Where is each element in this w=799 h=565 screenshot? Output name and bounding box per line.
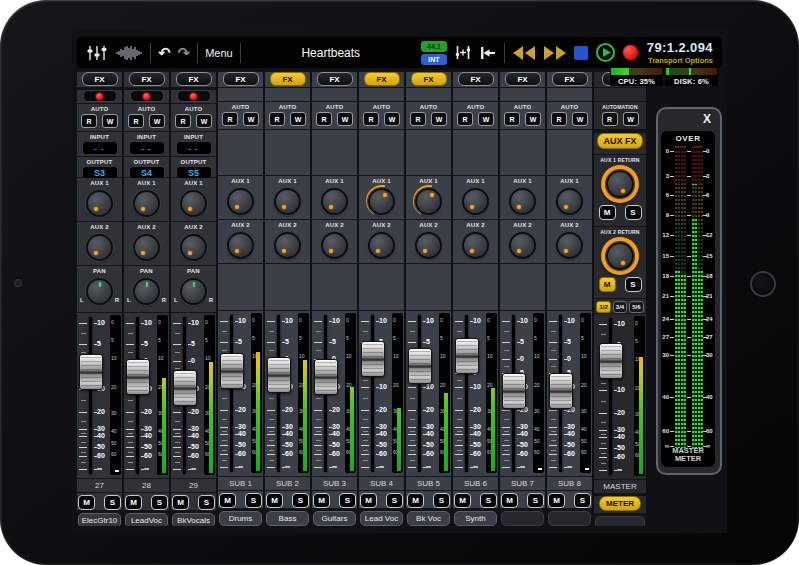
input-source-value[interactable]: - -: [176, 141, 212, 155]
aux1-knob[interactable]: [460, 185, 492, 217]
play-icon[interactable]: [595, 42, 616, 63]
mute-button[interactable]: M: [78, 495, 95, 510]
channel-name-tab[interactable]: BkVocals: [172, 513, 215, 526]
waveform-icon[interactable]: [115, 45, 143, 61]
fx-button[interactable]: FX: [317, 72, 353, 86]
pan-knob[interactable]: [84, 275, 116, 307]
aux2-knob[interactable]: [554, 229, 586, 261]
fx-button[interactable]: FX: [552, 72, 588, 86]
aux2-return-solo-button[interactable]: S: [625, 277, 642, 292]
auto-write-button[interactable]: W: [196, 114, 212, 128]
auto-write-button[interactable]: W: [478, 112, 494, 126]
aux2-return-mute-button[interactable]: M: [599, 277, 616, 292]
auto-read-button[interactable]: R: [602, 112, 618, 126]
aux1-knob[interactable]: [272, 185, 304, 217]
aux1-knob[interactable]: [554, 185, 586, 217]
fx-button[interactable]: FX: [270, 72, 306, 86]
aux1-knob[interactable]: [225, 185, 257, 217]
sync-source-badge[interactable]: INT: [421, 54, 447, 65]
menu-button[interactable]: Menu: [205, 47, 233, 59]
fx-button[interactable]: FX: [129, 72, 165, 86]
channel-name-tab[interactable]: Drums: [219, 511, 262, 526]
aux1-return-solo-button[interactable]: S: [625, 205, 642, 220]
fx-button[interactable]: FX: [505, 72, 541, 86]
mute-button[interactable]: M: [360, 493, 377, 508]
fx-button[interactable]: FX: [364, 72, 400, 86]
mute-button[interactable]: M: [219, 493, 236, 508]
fx-button[interactable]: FX: [176, 72, 212, 86]
channel-name-tab[interactable]: Lead Voc: [360, 511, 403, 526]
solo-button[interactable]: S: [198, 495, 215, 510]
mute-button[interactable]: M: [501, 493, 518, 508]
aux2-knob[interactable]: [507, 229, 539, 261]
aux2-knob[interactable]: [460, 229, 492, 261]
fader-track[interactable]: [609, 318, 612, 475]
solo-button[interactable]: S: [245, 493, 262, 508]
aux2-knob[interactable]: [178, 231, 210, 263]
auto-read-button[interactable]: R: [128, 114, 144, 128]
aux1-return-knob[interactable]: [601, 165, 639, 203]
channel-name-tab[interactable]: Guitars: [313, 511, 356, 526]
aux1-knob[interactable]: [178, 187, 210, 219]
channel-name-tab[interactable]: Bass: [266, 511, 309, 526]
fast-forward-icon[interactable]: [543, 46, 567, 60]
aux2-knob[interactable]: [272, 229, 304, 261]
rewind-icon[interactable]: [512, 46, 536, 60]
auto-write-button[interactable]: W: [623, 112, 639, 126]
mute-button[interactable]: M: [266, 493, 283, 508]
home-button[interactable]: [750, 271, 776, 297]
auto-write-button[interactable]: W: [290, 112, 306, 126]
fader-handle[interactable]: [79, 354, 103, 390]
fader-handle[interactable]: [408, 348, 432, 384]
solo-button[interactable]: S: [339, 493, 356, 508]
aux1-knob[interactable]: [413, 185, 445, 217]
aux-pair-button[interactable]: 5/6: [629, 301, 643, 313]
auto-read-button[interactable]: R: [504, 112, 520, 126]
auto-read-button[interactable]: R: [269, 112, 285, 126]
mute-button[interactable]: M: [313, 493, 330, 508]
aux-pair-button[interactable]: 3/4: [613, 301, 627, 313]
auto-read-button[interactable]: R: [175, 114, 191, 128]
fader-handle[interactable]: [361, 341, 385, 377]
fader-handle[interactable]: [267, 357, 291, 393]
stop-icon[interactable]: [574, 46, 588, 60]
solo-button[interactable]: S: [574, 493, 591, 508]
mute-button[interactable]: M: [172, 495, 189, 510]
aux2-knob[interactable]: [84, 231, 116, 263]
channel-strip-icon[interactable]: [454, 45, 472, 60]
auto-read-button[interactable]: R: [81, 114, 97, 128]
channel-name-tab[interactable]: [501, 511, 544, 526]
fader-handle[interactable]: [126, 359, 150, 395]
auto-write-button[interactable]: W: [525, 112, 541, 126]
sample-rate-badge[interactable]: 44.1: [421, 41, 447, 52]
input-source-value[interactable]: - -: [82, 141, 118, 155]
fader-track[interactable]: [371, 315, 374, 472]
fader-handle[interactable]: [502, 373, 526, 409]
aux2-knob[interactable]: [413, 229, 445, 261]
redo-icon[interactable]: ↷: [178, 45, 191, 60]
fader-track[interactable]: [230, 315, 233, 472]
auto-read-button[interactable]: R: [222, 112, 238, 126]
channel-name-tab[interactable]: ElecGtr10: [78, 513, 121, 526]
aux2-knob[interactable]: [131, 231, 163, 263]
mute-button[interactable]: M: [125, 495, 142, 510]
auto-write-button[interactable]: W: [102, 114, 118, 128]
aux1-knob[interactable]: [319, 185, 351, 217]
fader-track[interactable]: [277, 315, 280, 472]
fader-handle[interactable]: [314, 359, 338, 395]
mute-button[interactable]: M: [407, 493, 424, 508]
auto-read-button[interactable]: R: [410, 112, 426, 126]
aux2-knob[interactable]: [319, 229, 351, 261]
fader-handle[interactable]: [220, 353, 244, 389]
aux1-return-mute-button[interactable]: M: [599, 205, 616, 220]
aux2-knob[interactable]: [225, 229, 257, 261]
meter-button[interactable]: METER: [599, 496, 641, 511]
fader-track[interactable]: [418, 315, 421, 472]
mute-button[interactable]: M: [454, 493, 471, 508]
aux1-knob[interactable]: [366, 185, 398, 217]
channel-name-tab[interactable]: Synth: [454, 511, 497, 526]
record-arm-button[interactable]: [177, 90, 211, 102]
mixer-icon[interactable]: [86, 45, 108, 61]
auto-write-button[interactable]: W: [572, 112, 588, 126]
channel-name-tab[interactable]: [595, 516, 645, 526]
